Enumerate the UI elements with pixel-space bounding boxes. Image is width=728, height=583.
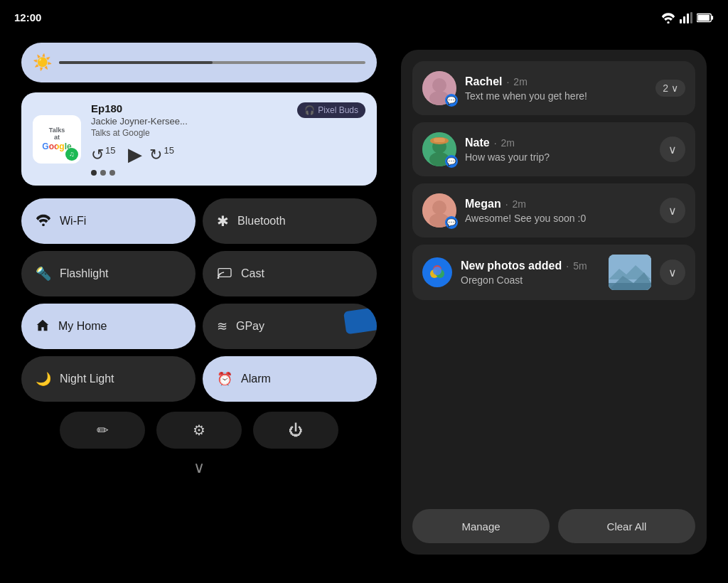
dots-indicator (91, 170, 365, 176)
megan-avatar: 💬 (422, 193, 456, 228)
megan-name: Megan (465, 198, 501, 210)
wifi-toggle-icon (36, 213, 51, 230)
media-controls: ↺ 15 ▶ ↻ 15 (91, 144, 365, 166)
photos-expand-button[interactable]: ∨ (660, 260, 685, 285)
rachel-avatar: 💬 (422, 71, 456, 105)
spotify-badge: ♫ (65, 148, 78, 161)
album-line2: at (54, 134, 60, 141)
nightlight-toggle-icon: 🌙 (36, 371, 51, 387)
notification-rachel: 💬 Rachel · 2m Text me when you get here!… (412, 61, 695, 115)
brightness-icon: ☀️ (33, 53, 52, 72)
photos-content: New photos added · 5m Oregon Coast (461, 260, 600, 286)
pixel-buds-label: Pixel Buds (318, 105, 358, 115)
notifications-panel: 💬 Rachel · 2m Text me when you get here!… (401, 50, 707, 555)
rachel-time: 2m (513, 76, 527, 87)
svg-rect-29 (609, 283, 651, 290)
nate-expand-button[interactable]: ∨ (660, 137, 685, 162)
svg-rect-4 (690, 12, 692, 23)
bluetooth-toggle-label: Bluetooth (237, 215, 286, 228)
photos-left: New photos added · 5m Oregon Coast (422, 257, 600, 287)
gpay-card-preview (343, 307, 377, 335)
brightness-track[interactable] (59, 61, 365, 64)
brightness-bar[interactable]: ☀️ (21, 43, 377, 82)
album-art: Talks at Google ♫ (33, 115, 81, 164)
cast-toggle[interactable]: Cast (203, 251, 377, 296)
svg-rect-7 (711, 16, 713, 20)
rachel-expand-chevron: ∨ (671, 82, 678, 94)
myhome-toggle-icon (36, 319, 50, 335)
megan-content: Megan · 2m Awesome! See you soon :0 (465, 198, 651, 224)
svg-point-10 (218, 277, 220, 278)
rachel-name: Rachel (465, 75, 502, 88)
myhome-toggle[interactable]: My Home (21, 304, 196, 349)
bluetooth-toggle[interactable]: ✱ Bluetooth (203, 198, 377, 244)
flashlight-toggle-icon: 🔦 (36, 266, 51, 282)
photos-message: Oregon Coast (461, 274, 600, 286)
edit-icon: ✏ (97, 422, 109, 439)
svg-rect-9 (218, 268, 231, 277)
clear-all-button[interactable]: Clear All (558, 509, 695, 543)
nate-message: How was your trip? (465, 151, 651, 163)
notifications-actions: Manage Clear All (412, 506, 695, 543)
message-badge-rachel: 💬 (445, 94, 458, 107)
brightness-fill (59, 61, 213, 64)
play-icon[interactable]: ▶ (128, 144, 142, 166)
manage-button[interactable]: Manage (412, 509, 550, 543)
nightlight-toggle-label: Night Light (60, 373, 114, 385)
pixel-buds-icon: 🎧 (304, 105, 315, 115)
rewind-icon[interactable]: ↺ (91, 146, 104, 164)
megan-expand-button[interactable]: ∨ (660, 198, 685, 223)
forward-icon[interactable]: ↻ (149, 146, 162, 164)
nightlight-toggle[interactable]: 🌙 Night Light (21, 356, 196, 402)
photos-avatar (422, 257, 452, 287)
svg-rect-3 (687, 14, 689, 23)
rachel-count-badge[interactable]: 2 ∨ (655, 80, 685, 97)
media-title: Ep180 (91, 102, 188, 114)
media-info: Ep180 Jackie Joyner-Kersee... Talks at G… (91, 102, 365, 176)
gpay-toggle[interactable]: ≋ GPay (203, 304, 377, 349)
edit-button[interactable]: ✏ (60, 412, 145, 449)
nate-time: 2m (501, 137, 515, 149)
myhome-toggle-label: My Home (58, 320, 107, 333)
nate-avatar: 💬 (422, 132, 456, 166)
svg-point-12 (432, 78, 446, 92)
power-button[interactable]: ⏻ (253, 412, 338, 449)
svg-point-20 (432, 200, 446, 215)
flashlight-toggle-label: Flashlight (60, 267, 108, 280)
svg-rect-18 (434, 138, 445, 142)
wifi-icon (661, 12, 675, 23)
notification-nate: 💬 Nate · 2m How was your trip? ∨ (412, 122, 695, 176)
message-badge-nate: 💬 (445, 155, 458, 168)
notification-photos: New photos added · 5m Oregon Coast ∨ (412, 245, 695, 300)
wifi-toggle[interactable]: Wi-Fi (21, 198, 196, 244)
photos-row: New photos added · 5m Oregon Coast ∨ (422, 255, 685, 290)
flashlight-toggle[interactable]: 🔦 Flashlight (21, 251, 196, 296)
wifi-toggle-label: Wi-Fi (60, 215, 86, 228)
nate-content: Nate · 2m How was your trip? (465, 137, 651, 163)
svg-rect-1 (680, 19, 682, 23)
alarm-toggle[interactable]: ⏰ Alarm (203, 356, 377, 402)
gpay-toggle-label: GPay (236, 320, 264, 333)
power-icon: ⏻ (289, 422, 303, 439)
megan-time: 2m (513, 198, 526, 210)
dot-1 (91, 170, 97, 176)
album-line1: Talks (49, 127, 65, 134)
notification-megan: 💬 Megan · 2m Awesome! See you soon :0 ∨ (412, 183, 695, 237)
media-source: Talks at Google (91, 128, 188, 138)
signal-icon (680, 12, 692, 23)
svg-point-8 (42, 223, 45, 226)
left-panel: ☀️ Talks at Google ♫ Ep180 Jackie Joyner… (21, 43, 377, 555)
status-bar: 12:00 (14, 11, 714, 23)
settings-button[interactable]: ⚙ (156, 412, 242, 449)
rachel-content: Rachel · 2m Text me when you get here! (465, 75, 647, 102)
dot-2 (100, 170, 106, 176)
chevron-down-icon[interactable]: ∨ (21, 459, 377, 477)
manage-label: Manage (461, 520, 500, 533)
svg-point-0 (667, 21, 669, 23)
photos-name: New photos added (461, 260, 562, 272)
status-time: 12:00 (14, 11, 41, 23)
gpay-toggle-icon: ≋ (217, 319, 228, 334)
message-badge-megan: 💬 (445, 216, 458, 229)
clear-all-label: Clear All (607, 520, 647, 533)
megan-message: Awesome! See you soon :0 (465, 213, 651, 224)
